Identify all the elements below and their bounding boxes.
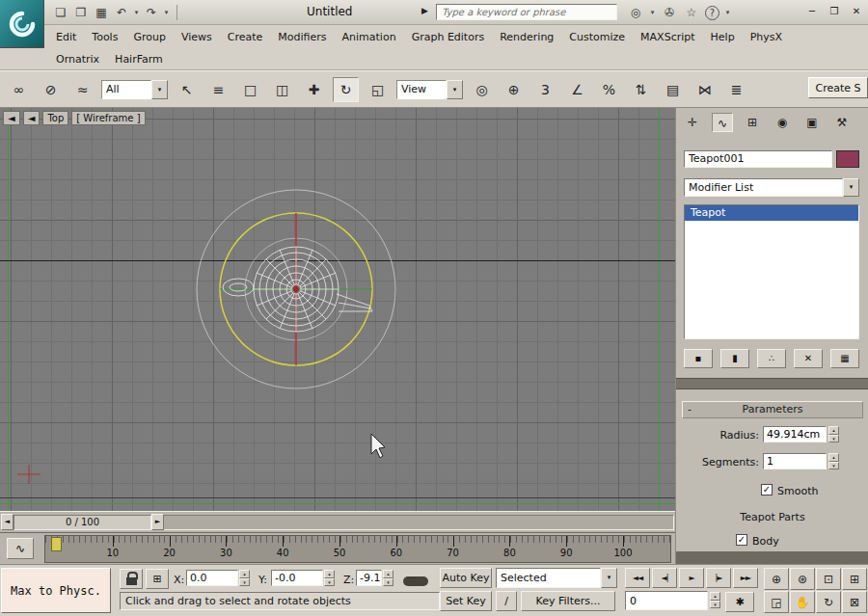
smooth-checkbox[interactable]: ✓: [761, 484, 773, 495]
make-unique-icon[interactable]: ∴: [757, 349, 786, 368]
spin-down-icon[interactable]: ▾: [710, 601, 720, 609]
bind-to-space-warp-icon[interactable]: ≈: [69, 77, 95, 102]
absolute-mode-toggle[interactable]: ⊞: [146, 569, 169, 589]
selection-lock-toggle[interactable]: [120, 569, 143, 589]
maximize-viewport-icon[interactable]: ⊠: [842, 591, 867, 613]
key-filters-button[interactable]: Key Filters...: [521, 591, 615, 611]
menu-hairfarm[interactable]: HairFarm: [107, 51, 171, 67]
body-checkbox[interactable]: ✓: [736, 534, 747, 546]
menu-group[interactable]: Group: [125, 29, 174, 45]
chevron-down-icon[interactable]: ▾: [843, 178, 859, 197]
restore-button[interactable]: ❐: [827, 5, 842, 19]
chevron-down-icon[interactable]: ▾: [447, 80, 463, 99]
zoom-all-icon[interactable]: ⊛: [790, 568, 815, 590]
radius-spinner[interactable]: ▴▾: [828, 426, 839, 442]
menu-create[interactable]: Create: [220, 29, 271, 45]
snaps-toggle-icon[interactable]: 3: [532, 77, 558, 102]
y-coordinate-input[interactable]: [271, 570, 323, 586]
align-icon[interactable]: ≣: [723, 77, 749, 102]
percent-snap-icon[interactable]: %: [596, 77, 622, 102]
modifier-list-dropdown[interactable]: Modifier List ▾: [684, 178, 859, 197]
tab-utilities[interactable]: ⚒: [831, 113, 853, 132]
spin-down-icon[interactable]: ▾: [239, 578, 250, 587]
viewport-mode-label[interactable]: [ Wireframe ]: [71, 111, 145, 125]
select-object-icon[interactable]: ↖: [174, 77, 200, 102]
mirror-icon[interactable]: ⋈: [692, 77, 718, 102]
z-coordinate-input[interactable]: [356, 570, 382, 586]
next-frame-button[interactable]: |►: [706, 568, 731, 588]
pin-stack-icon[interactable]: ▪: [684, 349, 713, 368]
menu-help[interactable]: Help: [703, 29, 743, 45]
go-to-end-button[interactable]: ►►: [733, 568, 758, 588]
tab-create[interactable]: ✛: [682, 113, 703, 132]
trackbar-left-arrow[interactable]: ◄: [1, 514, 14, 530]
orbit-icon[interactable]: ↻: [816, 591, 841, 613]
chevron-down-icon[interactable]: ▾: [151, 80, 168, 99]
menu-tools[interactable]: Tools: [84, 29, 125, 45]
select-and-scale-icon[interactable]: ◱: [365, 77, 391, 102]
chevron-down-icon[interactable]: ▾: [724, 9, 731, 16]
spin-up-icon[interactable]: ▴: [828, 426, 839, 435]
frame-spinner[interactable]: ▴▾: [710, 592, 720, 608]
menu-maxscript[interactable]: MAXScript: [633, 29, 702, 45]
menu-views[interactable]: Views: [174, 29, 220, 45]
key-filter-key-icon[interactable]: ∕: [496, 591, 517, 611]
viewport-nav-forward-icon[interactable]: ◄: [23, 111, 41, 125]
configure-modifier-sets-icon[interactable]: ▦: [830, 349, 859, 368]
object-color-swatch[interactable]: [836, 150, 859, 168]
zoom-extents-all-icon[interactable]: ⊞: [842, 568, 867, 590]
chevron-down-icon[interactable]: ▾: [163, 9, 170, 16]
menu-edit[interactable]: Edit: [48, 29, 84, 45]
previous-frame-button[interactable]: ◄|: [652, 568, 677, 588]
zoom-icon[interactable]: ⊕: [764, 568, 789, 590]
window-crossing-icon[interactable]: ◫: [269, 77, 295, 102]
favorites-icon[interactable]: ☆: [683, 4, 700, 21]
selection-filter-dropdown[interactable]: All▾: [101, 80, 168, 99]
create-s-button[interactable]: Create S: [808, 77, 868, 98]
trackbar-right-arrow[interactable]: ►: [151, 514, 164, 530]
redo-icon[interactable]: ↷: [143, 4, 160, 21]
menu-ornatrix[interactable]: Ornatrix: [48, 51, 107, 67]
spin-up-icon[interactable]: ▴: [239, 570, 250, 578]
select-and-manipulate-icon[interactable]: ⊕: [501, 77, 527, 102]
segments-spinner[interactable]: ▴▾: [828, 453, 839, 469]
spinner-snap-icon[interactable]: ⇅: [628, 77, 654, 102]
play-button[interactable]: ►: [679, 568, 704, 588]
chevron-down-icon[interactable]: ▾: [601, 568, 617, 588]
open-mini-curve-editor-button[interactable]: ∿: [7, 538, 34, 559]
pan-icon[interactable]: ✋: [790, 591, 815, 613]
time-slider[interactable]: [51, 537, 62, 551]
select-and-move-icon[interactable]: ✚: [301, 77, 327, 102]
search-input[interactable]: [436, 4, 617, 20]
spin-down-icon[interactable]: ▾: [828, 462, 839, 470]
open-file-icon[interactable]: ❐: [72, 4, 90, 21]
spin-up-icon[interactable]: ▴: [383, 570, 393, 578]
z-spinner[interactable]: ▴▾: [383, 570, 393, 586]
go-to-start-button[interactable]: ◄◄: [625, 568, 650, 588]
menu-rendering[interactable]: Rendering: [492, 29, 561, 45]
communication-icon[interactable]: ✇: [661, 4, 678, 21]
zoom-region-icon[interactable]: ◲: [764, 591, 789, 613]
use-pivot-point-icon[interactable]: ◎: [469, 77, 495, 102]
unlink-selection-icon[interactable]: ⊘: [38, 77, 64, 102]
viewport-nav-back-icon[interactable]: ◄: [3, 111, 20, 125]
help-icon[interactable]: ?: [705, 6, 719, 20]
zoom-extents-icon[interactable]: ⊡: [816, 568, 841, 590]
trackbar-track[interactable]: [164, 515, 674, 530]
x-coordinate-input[interactable]: [186, 570, 238, 586]
select-and-rotate-icon[interactable]: ↻: [333, 77, 359, 102]
menu-modifiers[interactable]: Modifiers: [270, 29, 334, 45]
timeline-scale[interactable]: 102030405060708090100: [44, 535, 671, 563]
select-by-name-icon[interactable]: ≡: [205, 77, 231, 102]
set-key-button[interactable]: Set Key: [440, 591, 492, 611]
close-button[interactable]: ✕: [849, 5, 864, 19]
spin-down-icon[interactable]: ▾: [383, 578, 393, 587]
menu-animation[interactable]: Animation: [335, 29, 404, 45]
select-and-link-icon[interactable]: ∞: [6, 77, 32, 102]
selection-set-dropdown[interactable]: Selected ▾: [496, 568, 617, 588]
chain-link-icon[interactable]: [403, 576, 428, 586]
viewport-label[interactable]: Top: [42, 111, 68, 125]
named-selection-sets-icon[interactable]: ▤: [660, 77, 686, 102]
title-dropdown-icon[interactable]: ▶: [421, 6, 428, 15]
menu-physx[interactable]: PhysX: [743, 29, 790, 45]
